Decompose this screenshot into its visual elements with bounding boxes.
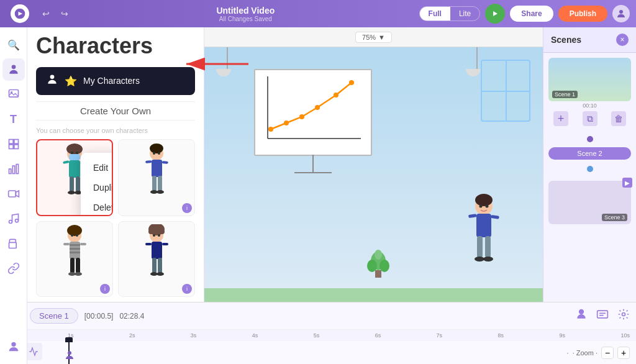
sidebar-item-shapes[interactable] [2, 232, 25, 255]
sidebar-item-characters[interactable] [2, 58, 25, 81]
char-svg-4 [140, 224, 174, 293]
svg-rect-6 [9, 140, 13, 144]
character-item-2[interactable]: i [118, 139, 195, 216]
side-nav-buttons: ▶ [622, 178, 632, 188]
scene-thumb-1[interactable]: Scene 1 00:10 + ⧉ 🗑 [548, 58, 631, 129]
zoom-plus-button[interactable]: + [617, 347, 630, 359]
svg-point-93 [475, 194, 493, 206]
char-info-button-3[interactable]: i [100, 284, 110, 294]
bottom-chart-icon[interactable] [25, 343, 42, 360]
person-icon [46, 73, 58, 89]
svg-rect-47 [70, 252, 80, 253]
svg-rect-13 [8, 191, 16, 197]
sidebar-item-video[interactable] [2, 183, 25, 205]
timeline-avatar-icon[interactable] [575, 308, 588, 324]
timeline-tracks[interactable] [0, 341, 636, 364]
context-menu: Edit Duplicate Delete [81, 153, 113, 216]
timeline-settings-icon[interactable] [617, 308, 630, 324]
scene-delete-button[interactable]: 🗑 [611, 111, 626, 126]
svg-rect-46 [70, 248, 80, 250]
zoom-controls: · · Zoom · − + [567, 347, 630, 359]
sidebar-bottom-avatar[interactable] [2, 335, 25, 358]
svg-point-26 [68, 191, 75, 194]
left-sidebar: 🔍 T [0, 27, 27, 364]
svg-point-66 [148, 229, 153, 234]
scene-thumb-3[interactable]: Scene 3 [548, 181, 631, 224]
canvas-character-right [462, 193, 506, 282]
svg-point-94 [479, 205, 483, 208]
scene-add-button[interactable]: + [553, 111, 568, 126]
sidebar-item-props[interactable] [2, 133, 25, 155]
ruler-4s: 4s [252, 332, 258, 339]
preview-play-button[interactable] [485, 4, 505, 24]
char-svg-3 [58, 224, 92, 293]
character-panel: Characters ⭐ My Characters Create Your O… [27, 27, 204, 338]
sidebar-item-search[interactable]: 🔍 [2, 34, 25, 56]
view-full-button[interactable]: Full [420, 7, 450, 20]
character-item-4[interactable]: i [118, 221, 195, 297]
timeline-char-marker [64, 350, 75, 363]
zoom-indicator[interactable]: 75% ▼ [355, 32, 392, 43]
char-panel-header: Characters [27, 27, 204, 65]
board-leg-center [312, 155, 314, 173]
scene-connector-1 [543, 134, 636, 145]
svg-point-31 [76, 152, 78, 154]
sidebar-item-audio[interactable] [2, 207, 25, 230]
scene-2-badge[interactable]: Scene 2 [548, 147, 631, 160]
scene-connector-2 [543, 162, 636, 176]
svg-rect-35 [161, 161, 168, 164]
zoom-value: 75% [362, 34, 376, 41]
sidebar-item-text[interactable]: T [2, 108, 25, 130]
undo-button[interactable]: ↩ [39, 7, 53, 20]
svg-rect-89 [477, 236, 483, 258]
sidebar-item-links[interactable] [2, 257, 25, 280]
sidebar-item-scenes[interactable] [2, 83, 25, 106]
scenes-panel: Scenes × Scene 1 00:10 + ⧉ 🗑 Scene 2 Sce… [543, 27, 636, 338]
sidebar-item-charts[interactable] [2, 158, 25, 180]
video-title-area: Untitled Video All Changes Saved [72, 6, 419, 22]
svg-rect-90 [485, 236, 491, 258]
timeline-time-start: [00:00.5] [84, 312, 114, 321]
character-item-1[interactable]: i Edit Duplicate Delete [36, 139, 113, 216]
svg-rect-59 [145, 243, 152, 245]
char-info-button-2[interactable]: i [182, 203, 192, 213]
char-info-button-4[interactable]: i [182, 284, 192, 294]
svg-point-41 [153, 152, 155, 155]
view-lite-button[interactable]: Lite [450, 7, 479, 20]
zoom-minus-button[interactable]: − [601, 347, 614, 359]
my-characters-button[interactable]: ⭐ My Characters [36, 67, 195, 95]
share-button[interactable]: Share [510, 6, 553, 22]
zoom-label: · Zoom · [573, 349, 597, 357]
canvas-scene-area[interactable] [204, 47, 543, 313]
publish-button[interactable]: Publish [558, 6, 607, 22]
logo-area[interactable] [6, 4, 34, 23]
timeline-time-total: 02:28.4 [119, 312, 144, 321]
scene-copy-button[interactable]: ⧉ [583, 111, 597, 126]
character-item-3[interactable]: i [36, 221, 113, 297]
scenes-close-button[interactable]: × [616, 34, 629, 46]
svg-point-3 [11, 65, 16, 70]
svg-point-83 [379, 260, 389, 272]
timeline-caption-icon[interactable] [596, 308, 609, 324]
svg-point-95 [486, 205, 489, 208]
svg-point-42 [158, 152, 160, 155]
timeline-ruler: 0s 1s 2s 3s 4s 5s 6s 7s 8s 9s 10s [0, 330, 636, 341]
svg-rect-86 [476, 214, 491, 237]
timeline-scene-label[interactable]: Scene 1 [30, 308, 78, 324]
svg-point-18 [11, 342, 16, 347]
context-edit[interactable]: Edit [81, 158, 113, 178]
redo-button[interactable]: ↪ [57, 7, 72, 20]
character-grid: i Edit Duplicate Delete [27, 139, 204, 297]
svg-rect-61 [152, 258, 157, 273]
svg-rect-25 [76, 176, 80, 192]
svg-rect-33 [152, 160, 162, 177]
svg-point-79 [349, 80, 354, 85]
context-delete[interactable]: Delete [81, 198, 113, 216]
context-duplicate[interactable]: Duplicate [81, 178, 113, 198]
logo-icon[interactable] [11, 4, 29, 23]
panel-expand-button[interactable]: ▶ [622, 178, 632, 188]
svg-marker-14 [16, 191, 19, 197]
ruler-marks-container: 0s 1s 2s 3s 4s 5s 6s 7s 8s 9s 10s [0, 332, 636, 339]
svg-point-39 [157, 190, 164, 194]
user-avatar[interactable] [612, 5, 630, 22]
